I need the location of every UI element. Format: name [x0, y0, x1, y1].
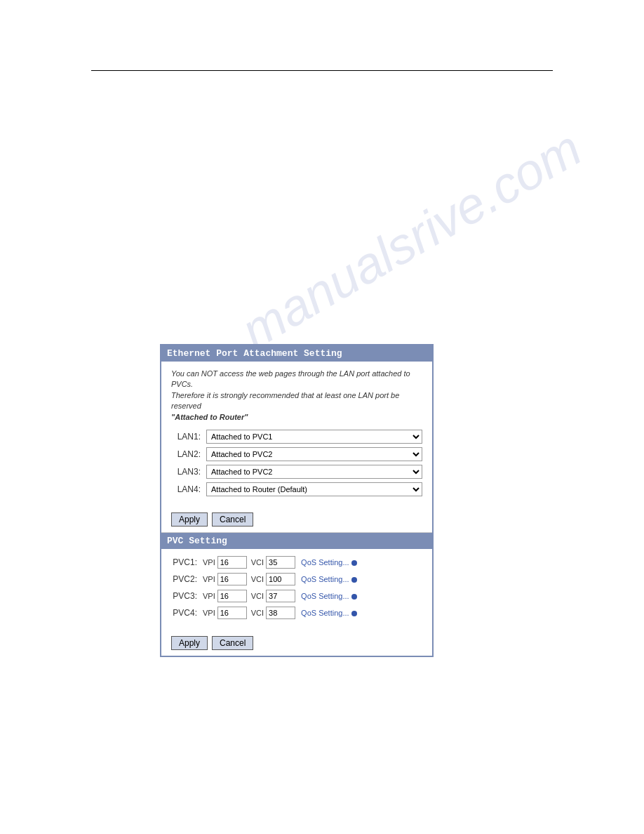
- pvc1-vpi-label: VPI: [203, 558, 215, 567]
- info-line2: Therefore it is strongly recommended tha…: [171, 391, 399, 410]
- lan2-select[interactable]: Attached to PVC1 Attached to PVC2 Attach…: [206, 447, 422, 461]
- ethernet-cancel-button[interactable]: Cancel: [212, 512, 253, 527]
- pvc4-qos-link[interactable]: QoS Setting...: [301, 609, 356, 617]
- pvc3-row: PVC3: VPI VCI QoS Setting...: [171, 590, 422, 602]
- info-quote: "Attached to Router": [171, 413, 248, 421]
- pvc2-qos-link[interactable]: QoS Setting...: [301, 575, 356, 583]
- pvc3-qos-bullet: [351, 594, 357, 600]
- pvc-section-header: PVC Setting: [161, 533, 432, 549]
- pvc3-vci-input[interactable]: [266, 590, 295, 602]
- pvc4-vci-label: VCI: [251, 609, 264, 617]
- pvc2-vpi-label: VPI: [203, 575, 215, 583]
- lan1-label: LAN1:: [171, 432, 206, 442]
- pvc3-vpi-label: VPI: [203, 592, 215, 600]
- pvc4-row: PVC4: VPI VCI QoS Setting...: [171, 607, 422, 619]
- info-text: You can NOT access the web pages through…: [171, 369, 422, 423]
- pvc1-vci-label: VCI: [251, 558, 264, 567]
- pvc-button-row: Apply Cancel: [161, 630, 432, 656]
- top-divider: [91, 70, 553, 71]
- pvc-cancel-button[interactable]: Cancel: [212, 636, 253, 650]
- pvc1-vpi-input[interactable]: [217, 556, 247, 569]
- lan1-select[interactable]: Attached to PVC1 Attached to PVC2 Attach…: [206, 430, 422, 444]
- pvc4-qos-bullet: [351, 611, 357, 616]
- ethernet-title: Ethernet Port Attachment Setting: [167, 348, 342, 359]
- ethernet-section-body: You can NOT access the web pages through…: [161, 362, 432, 507]
- lan1-row: LAN1: Attached to PVC1 Attached to PVC2 …: [171, 430, 422, 444]
- pvc-title: PVC Setting: [167, 536, 227, 546]
- pvc3-label: PVC3:: [171, 591, 203, 601]
- lan4-label: LAN4:: [171, 484, 206, 494]
- pvc2-vpi-input[interactable]: [217, 573, 247, 585]
- lan4-select[interactable]: Attached to PVC1 Attached to PVC2 Attach…: [206, 482, 422, 496]
- ethernet-section-header: Ethernet Port Attachment Setting: [161, 345, 432, 362]
- pvc1-qos-link[interactable]: QoS Setting...: [301, 558, 356, 567]
- ethernet-button-row: Apply Cancel: [161, 507, 432, 532]
- watermark: manualsrive.com: [232, 119, 591, 359]
- info-line1: You can NOT access the web pages through…: [171, 369, 410, 388]
- pvc-apply-button[interactable]: Apply: [171, 636, 208, 650]
- lan2-row: LAN2: Attached to PVC1 Attached to PVC2 …: [171, 447, 422, 461]
- lan3-row: LAN3: Attached to PVC1 Attached to PVC2 …: [171, 465, 422, 479]
- pvc2-row: PVC2: VPI VCI QoS Setting...: [171, 573, 422, 585]
- pvc1-label: PVC1:: [171, 557, 203, 567]
- pvc3-vpi-input[interactable]: [217, 590, 247, 602]
- pvc4-vpi-label: VPI: [203, 609, 215, 617]
- pvc1-vci-input[interactable]: [266, 556, 295, 569]
- lan2-label: LAN2:: [171, 449, 206, 459]
- pvc2-label: PVC2:: [171, 574, 203, 584]
- pvc3-vci-label: VCI: [251, 592, 264, 600]
- ethernet-apply-button[interactable]: Apply: [171, 512, 208, 527]
- pvc2-vci-label: VCI: [251, 575, 264, 583]
- main-dialog: Ethernet Port Attachment Setting You can…: [160, 344, 434, 657]
- pvc4-vpi-input[interactable]: [217, 607, 247, 619]
- pvc-section-body: PVC1: VPI VCI QoS Setting... PVC2: VPI V…: [161, 549, 432, 630]
- pvc1-row: PVC1: VPI VCI QoS Setting...: [171, 556, 422, 569]
- pvc3-qos-link[interactable]: QoS Setting...: [301, 592, 356, 600]
- pvc4-label: PVC4:: [171, 608, 203, 618]
- pvc1-qos-bullet: [351, 560, 357, 566]
- lan4-row: LAN4: Attached to PVC1 Attached to PVC2 …: [171, 482, 422, 496]
- pvc2-qos-bullet: [351, 577, 357, 583]
- pvc4-vci-input[interactable]: [266, 607, 295, 619]
- lan3-select[interactable]: Attached to PVC1 Attached to PVC2 Attach…: [206, 465, 422, 479]
- lan3-label: LAN3:: [171, 467, 206, 477]
- pvc2-vci-input[interactable]: [266, 573, 295, 585]
